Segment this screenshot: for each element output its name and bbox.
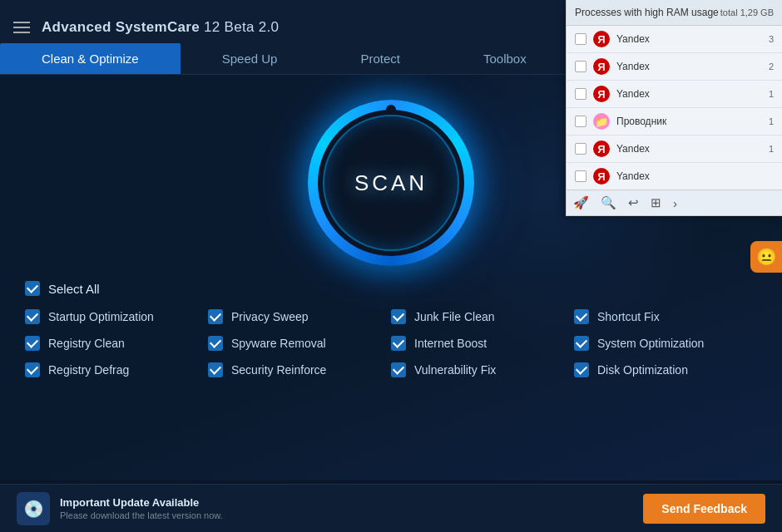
process-checkbox[interactable]: [575, 61, 586, 72]
bottom-bar: 💿 Important Update Available Please down…: [0, 484, 782, 532]
checkbox-disk[interactable]: [574, 362, 589, 377]
list-item: Startup Optimization: [25, 309, 208, 324]
menu-icon[interactable]: [13, 22, 30, 33]
checkbox-grid: Startup Optimization Privacy Sweep Junk …: [25, 309, 757, 377]
process-ram: 3: [753, 34, 774, 44]
process-name: Проводник: [616, 116, 746, 127]
list-item: Junk File Clean: [391, 309, 574, 324]
process-ram: 1: [753, 116, 774, 126]
checkbox-security[interactable]: [208, 362, 223, 377]
checkbox-label: Startup Optimization: [48, 310, 154, 323]
tab-toolbox[interactable]: Toolbox: [442, 43, 568, 74]
list-item: Security Reinforce: [208, 362, 391, 377]
crop-icon[interactable]: ⊞: [651, 195, 661, 210]
tab-speed-up[interactable]: Speed Up: [181, 43, 319, 74]
process-name: Yandex: [616, 88, 746, 100]
tab-protect[interactable]: Protect: [319, 43, 442, 74]
checkbox-registry-clean[interactable]: [25, 336, 40, 351]
explorer-icon: 📁: [593, 113, 610, 130]
process-name: Yandex: [616, 170, 746, 182]
table-row: Я Yandex 3: [567, 26, 782, 53]
process-name: Yandex: [616, 143, 746, 155]
popup-total: total 1,29 GB: [720, 7, 774, 17]
checkbox-junk[interactable]: [391, 309, 406, 324]
list-item: Registry Clean: [25, 336, 208, 351]
popup-list: Я Yandex 3 Я Yandex 2 Я Yandex 1 📁 Прово…: [567, 26, 782, 190]
yandex-icon: Я: [593, 58, 610, 75]
checkboxes-area: Select All Startup Optimization Privacy …: [0, 281, 782, 377]
list-item: Shortcut Fix: [574, 309, 757, 324]
smiley-icon: 😐: [756, 247, 777, 267]
table-row: 📁 Проводник 1: [567, 108, 782, 135]
scan-button[interactable]: SCAN: [308, 100, 474, 266]
ram-popup: Processes with high RAM usage total 1,29…: [566, 0, 782, 216]
yandex-icon: Я: [593, 168, 610, 185]
tab-clean-optimize[interactable]: Clean & Optimize: [0, 43, 181, 74]
select-all-checkbox[interactable]: [25, 281, 40, 296]
process-checkbox[interactable]: [575, 116, 586, 127]
app-version: 12 Beta 2.0: [204, 19, 279, 35]
list-item: Privacy Sweep: [208, 309, 391, 324]
checkbox-label: Registry Defrag: [48, 363, 129, 377]
checkbox-label: Security Reinforce: [231, 363, 326, 377]
update-desc: Please download the latest version now.: [60, 510, 223, 520]
popup-title: Processes with high RAM usage: [575, 7, 719, 18]
popup-footer: 🚀 🔍 ↩ ⊞ ›: [567, 190, 782, 215]
list-item: Vulnerability Fix: [391, 362, 574, 377]
update-title: Important Update Available: [60, 496, 223, 509]
checkbox-label: Shortcut Fix: [597, 310, 660, 323]
app-title: Advanced SystemCare 12 Beta 2.0: [42, 19, 279, 36]
table-row: Я Yandex 2: [567, 53, 782, 81]
process-checkbox[interactable]: [575, 88, 586, 100]
checkbox-label: Internet Boost: [414, 337, 487, 350]
checkbox-shortcut[interactable]: [574, 309, 589, 324]
yandex-icon: Я: [593, 86, 610, 102]
checkbox-system-opt[interactable]: [574, 336, 589, 351]
list-item: Disk Optimization: [574, 362, 757, 377]
undo-icon[interactable]: ↩: [628, 195, 639, 210]
update-icon: 💿: [17, 492, 50, 525]
popup-header: Processes with high RAM usage total 1,29…: [567, 0, 782, 26]
checkbox-label: Privacy Sweep: [231, 310, 309, 323]
process-checkbox[interactable]: [575, 143, 586, 155]
checkbox-label: Disk Optimization: [597, 363, 688, 377]
update-text: Important Update Available Please downlo…: [60, 496, 223, 520]
checkbox-label: System Optimization: [597, 337, 704, 350]
checkbox-startup[interactable]: [25, 309, 40, 324]
search-icon[interactable]: 🔍: [601, 195, 616, 210]
more-icon[interactable]: ›: [673, 196, 677, 210]
checkbox-privacy[interactable]: [208, 309, 223, 324]
select-all-row: Select All: [25, 281, 757, 296]
select-all-label: Select All: [48, 282, 100, 296]
checkbox-label: Registry Clean: [48, 337, 125, 350]
checkbox-registry-defrag[interactable]: [25, 362, 40, 377]
scan-notch: [386, 105, 396, 115]
table-row: Я Yandex: [567, 163, 782, 190]
process-ram: 1: [753, 144, 774, 154]
app-name: Advanced SystemCare: [42, 19, 200, 35]
checkbox-label: Junk File Clean: [414, 310, 495, 323]
table-row: Я Yandex 1: [567, 81, 782, 108]
table-row: Я Yandex 1: [567, 135, 782, 163]
process-name: Yandex: [616, 33, 746, 45]
yandex-icon: Я: [593, 140, 610, 157]
checkbox-label: Vulnerability Fix: [414, 363, 496, 377]
list-item: Spyware Removal: [208, 336, 391, 351]
list-item: Internet Boost: [391, 336, 574, 351]
process-checkbox[interactable]: [575, 33, 586, 45]
checkbox-internet[interactable]: [391, 336, 406, 351]
checkbox-spyware[interactable]: [208, 336, 223, 351]
process-ram: 2: [753, 62, 774, 71]
checkbox-vulnerability[interactable]: [391, 362, 406, 377]
list-item: Registry Defrag: [25, 362, 208, 377]
feedback-button[interactable]: Send Feedback: [643, 494, 765, 524]
process-checkbox[interactable]: [575, 170, 586, 182]
checkbox-label: Spyware Removal: [231, 337, 326, 350]
yandex-icon: Я: [593, 31, 610, 47]
process-ram: 1: [753, 89, 774, 99]
rocket-icon[interactable]: 🚀: [573, 195, 589, 210]
scan-label: SCAN: [354, 170, 428, 196]
process-name: Yandex: [616, 61, 746, 72]
list-item: System Optimization: [574, 336, 757, 351]
smiley-button[interactable]: 😐: [750, 241, 782, 273]
